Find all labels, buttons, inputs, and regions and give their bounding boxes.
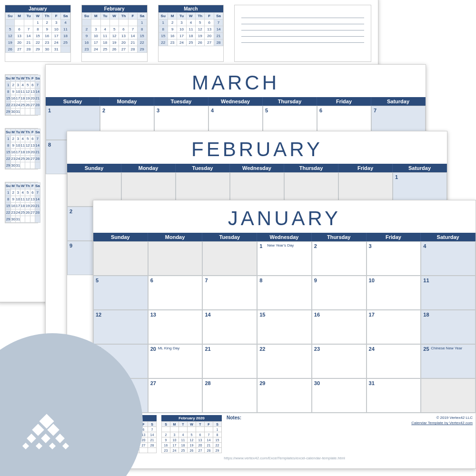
calendar-cell[interactable]: 27 [148, 378, 203, 413]
calendar-cell[interactable]: 10 [367, 276, 421, 310]
day-number: 23 [314, 346, 320, 352]
calendar-cell[interactable]: 3 [367, 241, 421, 276]
day-number: 25 [423, 346, 429, 352]
weekday-header: Friday [338, 164, 393, 172]
calendar-cell[interactable]: 8 [257, 276, 312, 310]
calendar-cell[interactable]: 4 [421, 241, 476, 276]
mini-calendar-title: January [5, 5, 70, 12]
calendar-cell[interactable]: 12 [93, 310, 148, 344]
day-number: 2 [314, 243, 317, 249]
weekday-header: Tuesday [176, 164, 230, 172]
weekday-header: Monday [148, 233, 203, 241]
mini-calendar: SuMTuWThFSa12345678910111213141516171819… [5, 74, 38, 116]
weekday-header: Monday [121, 164, 176, 172]
mini-calendar-title: February [82, 5, 147, 12]
calendar-cell[interactable]: 1New Year's Day [257, 241, 312, 276]
calendar-cell[interactable]: 18 [421, 310, 476, 344]
calendar-cell[interactable]: 2 [312, 241, 367, 276]
calendar-cell[interactable]: 20ML King Day [148, 344, 203, 378]
weekday-header: Wednesday [230, 164, 284, 172]
day-number: 21 [205, 346, 210, 352]
weekday-header: Wednesday [257, 233, 312, 241]
calendar-cell[interactable]: 7 [202, 276, 257, 310]
day-number: 14 [205, 312, 210, 317]
weekday-header: Thursday [312, 233, 367, 241]
footer-url: https://www.vertex42.com/ExcelTemplates/… [93, 455, 476, 460]
calendar-cell[interactable]: 21 [202, 344, 257, 378]
day-number: 3 [157, 108, 159, 113]
day-number: 5 [96, 278, 99, 283]
day-number: 8 [48, 142, 51, 148]
mini-calendar: SuMTuWThFSa12345678910111213141516171819… [5, 182, 38, 223]
mini-calendar-title: February 2020 [161, 415, 222, 421]
calendar-cell[interactable]: 11 [421, 276, 476, 310]
calendar-cell[interactable] [202, 241, 257, 276]
day-number: 2 [69, 208, 72, 214]
weekday-header: Friday [367, 233, 421, 241]
calendar-cell[interactable] [148, 241, 203, 276]
day-number: 16 [314, 312, 320, 317]
weekday-header: Tuesday [154, 97, 208, 106]
calendar-cell[interactable]: 28 [202, 378, 257, 413]
calendar-cell[interactable]: 9 [312, 276, 367, 310]
calendar-cell[interactable]: 14 [202, 310, 257, 344]
day-number: 22 [259, 346, 265, 352]
weekday-header: Sunday [46, 97, 100, 106]
calendar-cell[interactable]: 25Chinese New Year [421, 344, 476, 378]
calendar-cell[interactable] [421, 378, 476, 413]
calendar-cell[interactable]: 16 [312, 310, 367, 344]
event-label: ML King Day [158, 346, 180, 350]
day-number: 6 [319, 108, 322, 113]
calendar-cell[interactable]: 5 [93, 276, 148, 310]
vertex42-logo-icon [22, 419, 65, 452]
weekday-header: Wednesday [208, 97, 263, 106]
day-number: 4 [211, 108, 214, 113]
calendar-cell[interactable]: 24 [367, 344, 421, 378]
calendar-cell[interactable]: 23 [312, 344, 367, 378]
day-number: 1 [48, 108, 51, 113]
day-number: 1 [395, 174, 398, 180]
calendar-cell[interactable]: 6 [148, 276, 203, 310]
mini-calendar: JanuarySuMTuWThFSa1234567891011121314151… [5, 5, 71, 62]
day-number: 31 [369, 380, 375, 386]
day-number: 20 [150, 346, 156, 352]
day-number: 17 [369, 312, 375, 317]
day-number: 6 [150, 278, 153, 283]
mini-calendar: FebruarySuMTuWThFSa123456789101112131415… [81, 5, 148, 62]
event-label: New Year's Day [267, 243, 294, 248]
month-title: MARCH [46, 65, 426, 97]
weekday-header: Sunday [67, 164, 121, 172]
day-number: 28 [205, 380, 210, 386]
day-number: 13 [150, 312, 156, 317]
calendar-cell[interactable]: 29 [257, 378, 312, 413]
month-title: JANUARY [93, 200, 476, 233]
day-number: 29 [259, 380, 265, 386]
day-number: 8 [259, 278, 262, 283]
mini-calendar: MarchSuMTuWThFSa123456789101112131415161… [158, 5, 224, 62]
day-number: 1 [259, 243, 262, 249]
calendar-cell[interactable]: 15 [257, 310, 312, 344]
calendar-cell[interactable]: 13 [148, 310, 203, 344]
weekday-header: Saturday [393, 164, 447, 172]
calendar-cell[interactable]: 22 [257, 344, 312, 378]
day-number: 11 [423, 278, 429, 283]
mini-calendar-title: March [159, 5, 224, 12]
notes-label: Notes: [227, 415, 407, 420]
copyright-block: © 2019 Vertex42 LLC Calendar Template by… [411, 415, 473, 426]
template-link[interactable]: Calendar Template by Vertex42.com [411, 420, 473, 426]
calendar-cell[interactable]: 31 [367, 378, 421, 413]
calendar-cell[interactable]: 30 [312, 378, 367, 413]
day-number: 27 [150, 380, 156, 386]
calendar-cell[interactable]: 17 [367, 310, 421, 344]
copyright-text: © 2019 Vertex42 LLC [411, 415, 473, 420]
weekday-header: Tuesday [202, 233, 257, 241]
notes-block[interactable] [234, 5, 371, 62]
weekday-header: Saturday [421, 233, 476, 241]
day-number: 12 [96, 312, 101, 317]
day-number: 3 [369, 243, 372, 249]
weekday-header: Friday [317, 97, 371, 106]
day-number: 4 [423, 243, 426, 249]
day-number: 24 [369, 346, 375, 352]
month-title: FEBRUARY [67, 131, 447, 164]
calendar-cell[interactable] [93, 241, 148, 276]
